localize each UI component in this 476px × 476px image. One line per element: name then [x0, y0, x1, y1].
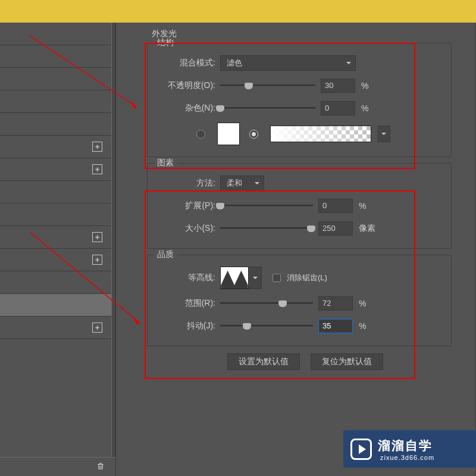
range-input[interactable]: 72 — [318, 296, 353, 311]
list-item[interactable] — [0, 181, 115, 203]
technique-label: 方法: — [151, 178, 220, 189]
noise-input[interactable]: 0 — [321, 101, 355, 115]
chevron-down-icon — [254, 179, 260, 188]
contour-swatch[interactable] — [220, 267, 249, 289]
plus-icon[interactable]: + — [92, 164, 102, 174]
unit-label: % — [361, 81, 384, 90]
spread-input[interactable]: 0 — [318, 199, 353, 213]
technique-select[interactable]: 柔和 — [220, 176, 264, 191]
unit-label: % — [359, 201, 381, 211]
outer-glow-panel: 外发光 结构 混合模式: 滤色 不透明度(O): 30 % 杂色(N): — [116, 23, 476, 476]
jitter-label: 抖动(J): — [151, 321, 220, 331]
quality-group: 品质 等高线: 消除锯齿(L) 范围(R): 72 % — [147, 255, 452, 346]
blend-mode-select[interactable]: 滤色 — [220, 55, 356, 71]
range-slider[interactable] — [220, 302, 313, 305]
trash-icon[interactable] — [96, 462, 105, 472]
size-label: 大小(S): — [151, 223, 220, 234]
range-row: 范围(R): 72 % — [151, 292, 443, 315]
watermark: 溜溜自学 zixue.3d66.com — [343, 430, 476, 468]
unit-label: 像素 — [359, 223, 381, 234]
scrollbar[interactable] — [111, 23, 115, 457]
elements-legend: 图素 — [154, 158, 177, 168]
contour-row: 等高线: 消除锯齿(L) — [151, 264, 443, 292]
unit-label: % — [359, 299, 381, 308]
chevron-down-icon — [381, 130, 387, 139]
contour-label: 等高线: — [151, 273, 220, 283]
opacity-input[interactable]: 30 — [321, 79, 355, 93]
effects-list-panel: + + + + + — [0, 23, 116, 476]
slider-thumb[interactable] — [278, 300, 287, 307]
opacity-row: 不透明度(O): 30 % — [151, 74, 443, 97]
opacity-label: 不透明度(O): — [151, 80, 220, 91]
jitter-row: 抖动(J): 35 % — [151, 315, 443, 337]
slider-thumb[interactable] — [216, 105, 224, 112]
slider-thumb[interactable] — [245, 83, 253, 89]
gradient-radio[interactable] — [249, 130, 258, 139]
window-chrome-bar — [0, 0, 476, 23]
list-item[interactable] — [0, 23, 115, 45]
chevron-down-icon — [252, 274, 258, 283]
default-buttons-row: 设置为默认值 复位为默认值 — [147, 353, 464, 370]
list-item[interactable]: + — [0, 136, 115, 158]
list-item[interactable] — [0, 68, 115, 90]
blend-mode-row: 混合模式: 滤色 — [151, 52, 443, 74]
unit-label: % — [361, 104, 384, 113]
watermark-cn: 溜溜自学 — [378, 437, 434, 454]
elements-group: 图素 方法: 柔和 扩展(P): 0 % 大小(S): — [147, 163, 452, 249]
list-item[interactable] — [0, 45, 115, 68]
size-input[interactable]: 250 — [318, 221, 353, 236]
slider-thumb[interactable] — [307, 226, 315, 232]
svg-marker-0 — [221, 271, 248, 289]
list-item[interactable] — [0, 203, 115, 226]
list-item[interactable] — [0, 271, 115, 294]
range-label: 范围(R): — [151, 298, 220, 309]
spread-row: 扩展(P): 0 % — [151, 195, 443, 217]
noise-row: 杂色(N): 0 % — [151, 97, 443, 120]
jitter-slider[interactable] — [220, 325, 313, 327]
watermark-url: zixue.3d66.com — [378, 454, 434, 461]
list-item[interactable]: + — [0, 226, 115, 249]
set-default-button[interactable]: 设置为默认值 — [227, 353, 300, 370]
color-swatch[interactable] — [217, 123, 240, 145]
list-item-selected[interactable] — [0, 294, 115, 317]
spread-label: 扩展(P): — [151, 201, 220, 211]
plus-icon[interactable]: + — [92, 232, 102, 242]
solid-color-radio[interactable] — [196, 130, 205, 139]
gradient-swatch[interactable] — [270, 126, 371, 142]
gradient-dropdown[interactable] — [377, 126, 390, 142]
opacity-slider[interactable] — [220, 84, 315, 87]
blend-mode-value: 滤色 — [227, 58, 242, 68]
list-item[interactable] — [0, 113, 115, 136]
technique-row: 方法: 柔和 — [151, 172, 443, 195]
size-row: 大小(S): 250 像素 — [151, 217, 443, 240]
play-icon — [350, 439, 372, 460]
structure-group: 结构 混合模式: 滤色 不透明度(O): 30 % 杂色(N): — [147, 43, 452, 157]
spread-slider[interactable] — [220, 205, 313, 207]
jitter-input[interactable]: 35 — [318, 319, 353, 333]
watermark-text: 溜溜自学 zixue.3d66.com — [378, 437, 434, 461]
list-item[interactable]: + — [0, 317, 115, 339]
list-item[interactable]: + — [0, 249, 115, 271]
fill-type-row — [151, 120, 443, 148]
list-item[interactable] — [0, 90, 115, 113]
slider-thumb[interactable] — [216, 203, 224, 209]
plus-icon[interactable]: + — [92, 255, 102, 265]
contour-dropdown[interactable] — [249, 267, 262, 289]
list-item[interactable]: + — [0, 158, 115, 181]
unit-label: % — [359, 321, 381, 331]
noise-slider[interactable] — [220, 107, 315, 109]
antialias-label: 消除锯齿(L) — [287, 273, 327, 283]
size-slider[interactable] — [220, 227, 313, 230]
plus-icon[interactable]: + — [92, 142, 102, 152]
panel-footer — [0, 457, 115, 476]
structure-legend: 结构 — [154, 37, 177, 48]
reset-default-button[interactable]: 复位为默认值 — [311, 353, 383, 370]
quality-legend: 品质 — [154, 249, 177, 260]
technique-value: 柔和 — [227, 178, 242, 189]
chevron-down-icon — [346, 59, 352, 68]
plus-icon[interactable]: + — [92, 322, 102, 333]
slider-thumb[interactable] — [243, 323, 251, 330]
antialias-checkbox[interactable] — [273, 274, 281, 282]
noise-label: 杂色(N): — [151, 103, 220, 114]
main-body: + + + + + 外发光 结构 混合模式: — [0, 23, 476, 476]
